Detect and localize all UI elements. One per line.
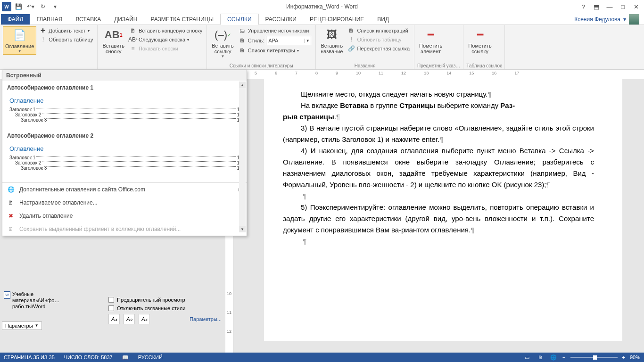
bibliography-button[interactable]: 🗎Список литературы ▾ [237, 46, 313, 55]
zoom-in-icon[interactable]: + [622, 354, 625, 360]
undo-icon[interactable]: ↶▾ [25, 1, 36, 12]
manage-sources-button[interactable]: 🗂Управление источниками [237, 26, 313, 35]
insert-caption-button[interactable]: 🖼 Вставить название [319, 26, 345, 55]
zoom-slider[interactable] [570, 357, 618, 358]
zoom-out-icon[interactable]: − [562, 354, 565, 360]
tab-home[interactable]: ГЛАВНАЯ [30, 14, 69, 25]
toc-gallery-item-2[interactable]: Автособираемое оглавление 2 Оглавление З… [7, 132, 242, 174]
print-layout-icon[interactable]: 🗎 [536, 354, 545, 361]
window-controls: ? ⬒ — □ ✕ [577, 2, 642, 11]
group-authorities: ━ Пометить ссылку Таблица ссылок [463, 25, 505, 69]
update-table-button[interactable]: !Обновить таблицу [38, 35, 94, 44]
remove-toc[interactable]: ✖Удалить оглавление [2, 209, 247, 222]
tab-review[interactable]: РЕЦЕНЗИРОВАНИЕ [303, 14, 371, 25]
tab-view[interactable]: ВИД [371, 14, 396, 25]
more-toc-office[interactable]: 🌐Дополнительные оглавления с сайта Offic… [2, 183, 247, 196]
body-text: 4) И наконец, для создания оглавления вы… [283, 147, 594, 189]
group-footnotes: AB1 Вставить сноску 🗎Вставить концевую с… [98, 25, 207, 69]
proofing-icon[interactable]: 📖 [122, 354, 129, 361]
help-icon[interactable]: ? [577, 2, 589, 11]
insert-tof-button[interactable]: 🗎Список иллюстраций [346, 26, 411, 35]
update-icon: ! [347, 36, 355, 43]
mark-entry-button[interactable]: ━ Пометить элемент [417, 26, 444, 55]
add-text-button[interactable]: ✚Добавить текст ▾ [38, 26, 94, 35]
gallery-item-title: Автособираемое оглавление 2 [7, 132, 242, 142]
caption-icon: 🖼 [324, 27, 339, 42]
sources-icon: 🗂 [239, 27, 246, 34]
custom-toc[interactable]: 🗎Настраиваемое оглавление... [2, 196, 247, 209]
custom-icon: 🗎 [7, 199, 15, 206]
tab-references[interactable]: ССЫЛКИ [220, 14, 258, 25]
redo-icon[interactable]: ↻ [38, 1, 48, 12]
cross-reference-button[interactable]: 🔗Перекрестная ссылка [346, 44, 411, 53]
scroll-up-icon[interactable]: ▲ [239, 82, 246, 88]
show-notes-button[interactable]: ≡Показать сноски [128, 44, 204, 53]
body-text: 5) Поэкспериментируйте: оглавление можно… [283, 203, 594, 234]
close-icon[interactable]: ✕ [630, 2, 642, 11]
style-a2-button[interactable]: A₉ [124, 314, 135, 324]
body-text: 3) В начале пустой страницы наберите сло… [283, 124, 594, 143]
disable-linked-checkbox[interactable]: Отключить связанные стили [108, 305, 222, 311]
group-captions: 🖼 Вставить название 🗎Список иллюстраций … [316, 25, 414, 69]
gallery-scrollbar[interactable]: ▲ ▼ [239, 82, 246, 232]
chevron-down-icon[interactable]: ▼ [304, 39, 311, 43]
xref-icon: 🔗 [347, 45, 355, 52]
zoom-level[interactable]: 90% [630, 354, 640, 360]
toc-gallery: Автособираемое оглавление 1 Оглавление З… [2, 81, 247, 182]
insert-footnote-button[interactable]: AB1 Вставить сноску [100, 26, 126, 55]
mark-citation-button[interactable]: ━ Пометить ссылку [466, 26, 493, 55]
qat-dropdown-icon[interactable]: ▾ [50, 1, 60, 12]
style-a1-button[interactable]: A₄ [108, 314, 120, 324]
word-count[interactable]: ЧИСЛО СЛОВ: 5837 [64, 354, 113, 360]
toc-gallery-item-1[interactable]: Автособираемое оглавление 1 Оглавление З… [7, 83, 242, 126]
next-icon: AB¹ [129, 36, 137, 43]
endnote-icon: 🗎 [129, 27, 137, 34]
group-label [3, 68, 94, 69]
scroll-down-icon[interactable]: ▼ [239, 226, 246, 232]
style-a3-button[interactable]: A₄ [139, 314, 150, 324]
minimize-icon[interactable]: — [603, 2, 616, 11]
params-button[interactable]: Параметры▼ [2, 321, 42, 330]
insert-endnote-button[interactable]: 🗎Вставить концевую сноску [128, 26, 204, 35]
save-icon[interactable]: 💾 [13, 1, 24, 12]
tof-icon: 🗎 [347, 27, 355, 34]
style-params-link[interactable]: Параметры... [190, 316, 222, 322]
page-indicator[interactable]: СТРАНИЦА 35 ИЗ 35 [4, 354, 55, 360]
web-layout-icon[interactable]: 🌐 [549, 354, 558, 361]
nav-document-item[interactable]: W Учебныематериалы\Инфо…рабо-ты\Word [2, 290, 101, 311]
styles-pane: Предварительный просмотр Отключить связа… [108, 297, 222, 324]
citation-style[interactable]: 🗎Стиль: APA▼ [237, 35, 313, 46]
document-page[interactable]: Щелкните место, откуда следует начать но… [264, 79, 622, 341]
mark-citation-label: Пометить ссылку [468, 43, 491, 54]
maximize-icon[interactable]: □ [617, 2, 629, 11]
add-text-icon: ✚ [39, 27, 47, 34]
insert-footnote-label: Вставить сноску [102, 43, 124, 54]
group-label [100, 68, 204, 69]
next-footnote-button[interactable]: AB¹Следующая сноска ▾ [128, 35, 204, 44]
insert-citation-label: Вставить ссылку [212, 43, 234, 54]
tab-mailings[interactable]: РАССЫЛКИ [259, 14, 303, 25]
dropdown-section-header: Встроенный [2, 70, 247, 81]
update-icon: ! [39, 36, 47, 43]
tab-insert[interactable]: ВСТАВКА [69, 14, 107, 25]
quick-access-toolbar: W 💾 ↶▾ ↻ ▾ [2, 1, 60, 12]
ribbon-options-icon[interactable]: ⬒ [590, 2, 603, 11]
office-icon: 🌐 [7, 186, 15, 193]
tab-design[interactable]: ДИЗАЙН [107, 14, 144, 25]
user-account[interactable]: Ксения Федулова ▾ [574, 14, 639, 25]
language-indicator[interactable]: РУССКИЙ [138, 354, 163, 360]
toc-icon: 📄 [12, 28, 27, 43]
tab-layout[interactable]: РАЗМЕТКА СТРАНИЦЫ [144, 14, 221, 25]
read-mode-icon[interactable]: ▭ [523, 354, 531, 361]
biblio-icon: 🗎 [239, 47, 246, 54]
update-captions-button[interactable]: !Обновить таблицу [346, 35, 411, 44]
group-toc: 📄 Оглавление ▼ ✚Добавить текст ▾ !Обнови… [0, 25, 98, 69]
preview-checkbox[interactable]: Предварительный просмотр [108, 297, 222, 303]
tab-file[interactable]: ФАЙЛ [1, 14, 30, 25]
insert-citation-button[interactable]: (–)✓ Вставить ссылку ▼ [210, 26, 236, 59]
toc-preview: Оглавление Заголовок 11 Заголовок 21 Заг… [7, 142, 242, 174]
toc-button-label: Оглавление [5, 43, 34, 49]
remove-icon: ✖ [7, 212, 15, 220]
toc-button[interactable]: 📄 Оглавление ▼ [3, 26, 36, 55]
navigation-pane: W Учебныематериалы\Инфо…рабо-ты\Word Пар… [2, 290, 101, 330]
